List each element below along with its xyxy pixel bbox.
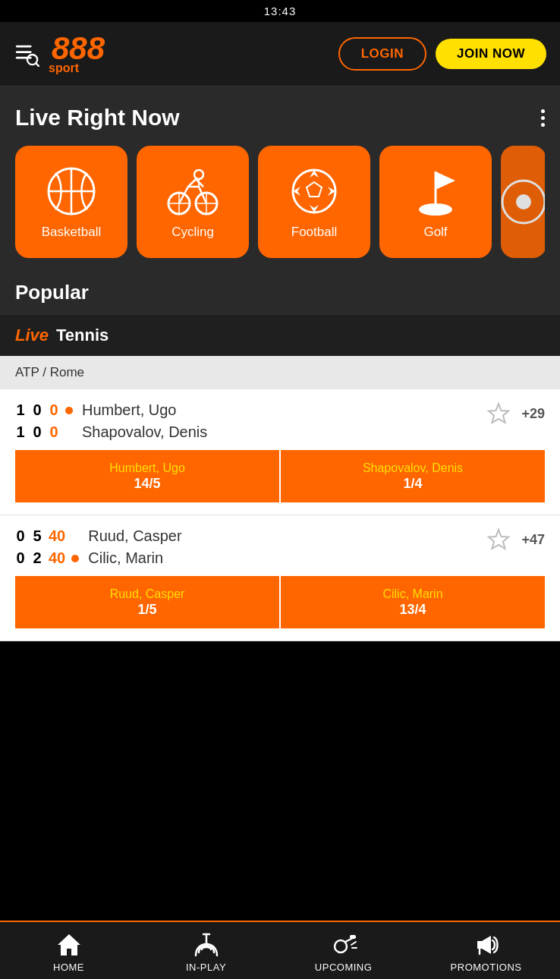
p2-score1: 1 (15, 423, 26, 441)
status-bar: 13:43 (0, 0, 560, 22)
p1-score3: 0 (49, 401, 59, 419)
svg-line-27 (351, 942, 356, 945)
bottom-nav: HOME IN-PLAY UPCOMING (0, 921, 560, 979)
svg-point-14 (293, 170, 335, 212)
match2-bet-player2[interactable]: Cilic, Marin 13/4 (281, 576, 545, 628)
svg-marker-15 (307, 182, 322, 197)
match1-bet2-odds: 1/4 (288, 476, 537, 492)
match1-player2-name: Shapovalov, Denis (82, 423, 207, 441)
tennis-section-header: Live Tennis (0, 315, 560, 356)
m2p1-score3: 40 (49, 527, 65, 545)
match1-bet-player1[interactable]: Humbert, Ugo 14/5 (15, 450, 279, 502)
sport-golf[interactable]: Golf (379, 146, 492, 258)
favorite-star-match2[interactable] (486, 527, 511, 552)
nav-inplay-label: IN-PLAY (186, 962, 226, 973)
live-badge: Live (15, 326, 49, 345)
header: 888 sport LOGIN JOIN NOW (0, 22, 560, 87)
sport-basketball[interactable]: Basketball (15, 146, 127, 258)
popular-section: Popular (0, 273, 560, 315)
atp-rome-label: ATP / Rome (15, 365, 84, 379)
nav-promotions[interactable]: PROMOTIONS (451, 931, 522, 973)
logo-sport: sport (49, 61, 105, 75)
match1-bet1-odds: 14/5 (23, 476, 272, 492)
inplay-icon (193, 931, 220, 959)
table-row: 1 0 0 Humbert, Ugo 1 0 0 Shapovalov, Den… (0, 389, 560, 515)
sports-row: Basketball (15, 146, 545, 258)
match2-player2-name: Cilic, Marin (88, 549, 163, 567)
match1-bet-player2[interactable]: Shapovalov, Denis 1/4 (281, 450, 545, 502)
join-button[interactable]: JOIN NOW (436, 39, 546, 69)
football-label: Football (291, 225, 337, 240)
promotions-icon (473, 931, 500, 959)
upcoming-icon (330, 931, 357, 959)
match2-bet2-label: Cilic, Marin (382, 587, 442, 600)
atp-rome-subheader: ATP / Rome (0, 356, 560, 389)
m2p2-score1: 0 (15, 549, 26, 567)
logo-888: 888 (52, 33, 105, 65)
popular-title: Popular (15, 281, 89, 304)
match1-right: +29 (486, 401, 545, 426)
menu-search-icon[interactable] (14, 41, 39, 67)
p1-score2: 0 (32, 401, 42, 419)
logo[interactable]: 888 sport (52, 33, 105, 75)
nav-upcoming[interactable]: UPCOMING (313, 931, 374, 973)
match1-bet1-label: Humbert, Ugo (109, 461, 185, 474)
match1-bet2-label: Shapovalov, Denis (363, 461, 463, 474)
svg-rect-2 (16, 57, 32, 59)
svg-rect-26 (350, 935, 356, 939)
m2p2-score2: 2 (32, 549, 42, 567)
sport-football[interactable]: Football (258, 146, 370, 258)
match1-scores-left: 1 0 0 Humbert, Ugo 1 0 0 Shapovalov, Den… (15, 401, 207, 441)
match2-scores: 0 5 40 Ruud, Casper 0 2 40 Cilic, Marin (15, 527, 545, 567)
match1-bet-buttons: Humbert, Ugo 14/5 Shapovalov, Denis 1/4 (15, 450, 545, 502)
nav-home[interactable]: HOME (39, 931, 99, 973)
match2-bet1-label: Ruud, Casper (110, 587, 185, 600)
match1-player1-name: Humbert, Ugo (82, 401, 177, 419)
match2-scores-left: 0 5 40 Ruud, Casper 0 2 40 Cilic, Marin (15, 527, 182, 567)
match2-player2-row: 0 2 40 Cilic, Marin (15, 549, 182, 567)
basketball-label: Basketball (42, 225, 101, 240)
more-options-button[interactable] (541, 109, 545, 127)
nav-inplay[interactable]: IN-PLAY (176, 931, 237, 973)
live-right-now-section: Live Right Now Basketball (0, 87, 560, 273)
nav-home-label: HOME (53, 962, 84, 973)
match2-right: +47 (486, 527, 545, 552)
p1-score1: 1 (15, 401, 26, 419)
tennis-label: Tennis (56, 326, 109, 345)
svg-point-20 (516, 194, 531, 209)
svg-point-18 (419, 203, 452, 216)
table-row: 0 5 40 Ruud, Casper 0 2 40 Cilic, Marin (0, 515, 560, 641)
svg-rect-0 (16, 46, 32, 48)
match2-bet-buttons: Ruud, Casper 1/5 Cilic, Marin 13/4 (15, 576, 545, 628)
serving-indicator-p1 (65, 407, 73, 414)
favorite-star-match1[interactable] (486, 401, 511, 426)
home-icon (55, 931, 83, 959)
m2p1-score1: 0 (15, 527, 26, 545)
match2-player1-row: 0 5 40 Ruud, Casper (15, 527, 182, 545)
svg-rect-1 (16, 51, 32, 53)
cycling-label: Cycling (171, 225, 214, 240)
match2-bet1-odds: 1/5 (23, 602, 272, 618)
m2p1-score2: 5 (32, 527, 42, 545)
match2-extra-markets: +47 (521, 532, 545, 548)
match2-bet-player1[interactable]: Ruud, Casper 1/5 (15, 576, 279, 628)
p2-score3: 0 (49, 423, 59, 441)
sport-handball[interactable] (501, 146, 545, 258)
match2-player1-name: Ruud, Casper (88, 527, 181, 545)
sport-cycling[interactable]: Cycling (137, 146, 249, 258)
match1-scores: 1 0 0 Humbert, Ugo 1 0 0 Shapovalov, Den… (15, 401, 545, 441)
svg-marker-17 (436, 172, 455, 190)
match1-player2-row: 1 0 0 Shapovalov, Denis (15, 423, 207, 441)
match1-player1-row: 1 0 0 Humbert, Ugo (15, 401, 207, 419)
login-button[interactable]: LOGIN (338, 37, 426, 71)
p2-score2: 0 (32, 423, 42, 441)
header-left: 888 sport (14, 33, 105, 75)
svg-point-6 (194, 170, 203, 179)
serving-indicator-m2p2 (71, 555, 79, 562)
golf-label: Golf (423, 225, 447, 240)
live-right-now-title: Live Right Now (15, 105, 180, 131)
time: 13:43 (264, 5, 297, 17)
match1-extra-markets: +29 (521, 406, 545, 422)
header-right: LOGIN JOIN NOW (338, 37, 546, 71)
match2-bet2-odds: 13/4 (288, 602, 537, 618)
